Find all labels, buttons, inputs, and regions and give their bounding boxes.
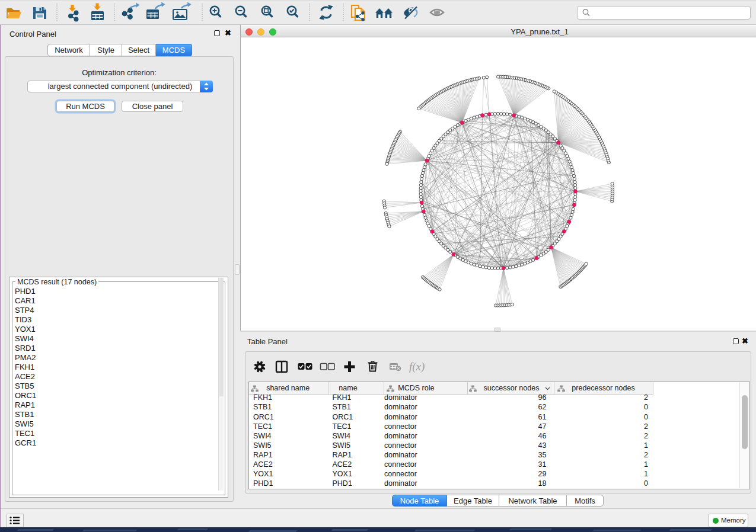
svg-text:f(x): f(x) xyxy=(409,360,425,373)
